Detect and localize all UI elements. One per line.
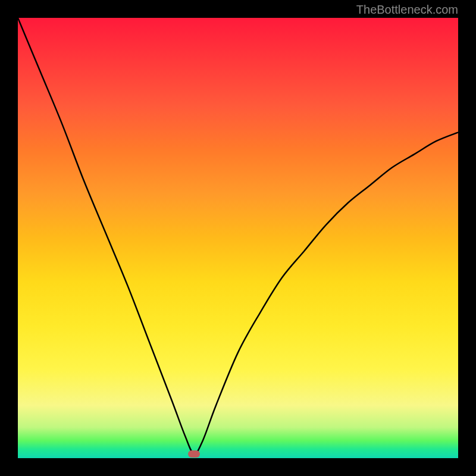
- optimal-point-marker: [188, 450, 200, 458]
- watermark-text: TheBottleneck.com: [356, 3, 458, 17]
- chart-container: TheBottleneck.com: [0, 0, 476, 476]
- bottleneck-curve: [18, 18, 458, 458]
